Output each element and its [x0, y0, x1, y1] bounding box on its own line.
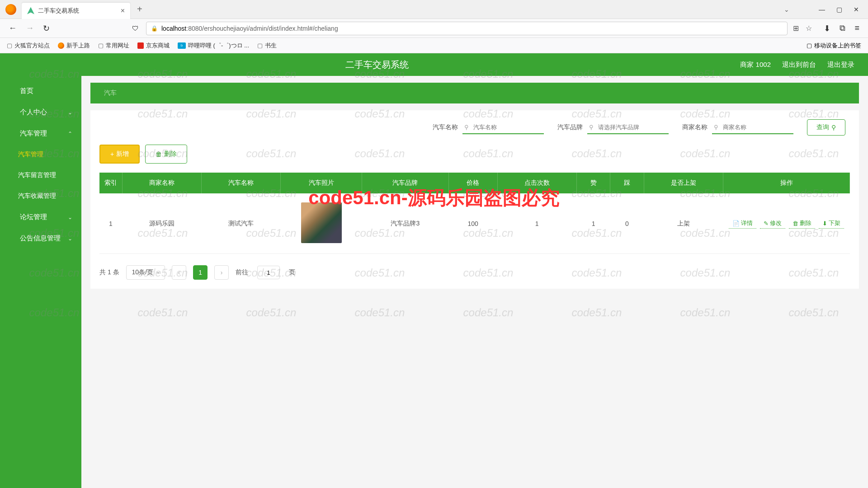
next-page-button[interactable]: ›: [214, 265, 229, 280]
bookmark-bilibili[interactable]: b哔哩哔哩 (゜-゜)つロ ...: [178, 42, 249, 50]
delete-button[interactable]: 🗑删除: [145, 145, 187, 164]
sidebar-sub-car-comment[interactable]: 汽车留言管理: [0, 165, 81, 186]
bookmark-jd[interactable]: 京东商城: [137, 42, 170, 50]
sidebar-item-forum[interactable]: 论坛管理⌄: [0, 206, 81, 228]
search-select-brand[interactable]: [587, 121, 669, 134]
logout-link[interactable]: 退出登录: [827, 61, 854, 69]
prev-page-button[interactable]: ‹: [172, 265, 186, 280]
sidebar-item-home[interactable]: 首页: [0, 80, 81, 102]
bookmark-common[interactable]: ▢常用网址: [98, 42, 129, 50]
browser-tab-bar: 二手车交易系统 × + ⌄ — ▢ ✕: [0, 0, 868, 19]
exit-front-link[interactable]: 退出到前台: [782, 61, 816, 69]
app-header: 二手车交易系统 商家 1002 退出到前台 退出登录: [0, 53, 868, 76]
cell-carname: 测试汽车: [201, 193, 280, 254]
extensions-icon[interactable]: ⧉: [838, 22, 847, 35]
th-merchant: 商家名称: [122, 173, 201, 193]
pagination: 共 1 条 10条/页 ‹ 1 › 前往 页: [99, 265, 850, 280]
sidebar-item-notice[interactable]: 公告信息管理⌄: [0, 228, 81, 249]
bookmark-newbie[interactable]: 新手上路: [58, 42, 90, 50]
firefox-icon: [5, 4, 16, 15]
th-clicks: 点击次数: [497, 173, 576, 193]
cell-likes: 1: [576, 193, 610, 254]
back-button[interactable]: ←: [7, 22, 19, 35]
th-brand: 汽车品牌: [362, 173, 449, 193]
search-label-brand: 汽车品牌: [557, 123, 583, 131]
bookmarks-bar: ▢火狐官方站点 新手上路 ▢常用网址 京东商城 b哔哩哔哩 (゜-゜)つロ ..…: [0, 38, 868, 53]
cell-brand: 汽车品牌3: [362, 193, 449, 254]
close-icon[interactable]: ×: [121, 7, 125, 15]
breadcrumb: 汽车: [90, 83, 859, 103]
search-row: 汽车名称 ⚲ 汽车品牌 ⚲ 商家名称 ⚲ 查询⚲: [99, 119, 850, 136]
cell-price: 100: [448, 193, 497, 254]
action-edit[interactable]: ✎修改: [760, 218, 785, 229]
action-detail[interactable]: 📄详情: [729, 218, 756, 229]
url-input[interactable]: 🔒 localhost:8080/ershouchejiaoyi/admin/d…: [146, 22, 788, 35]
th-price: 价格: [448, 173, 497, 193]
page-number-1[interactable]: 1: [193, 265, 208, 280]
lock-icon: 🔒: [151, 25, 158, 32]
goto-suffix: 页: [289, 268, 295, 277]
chevron-down-icon: ⌄: [68, 235, 72, 242]
trash-icon: 🗑: [156, 150, 162, 158]
pagination-total: 共 1 条: [99, 268, 119, 277]
menu-icon[interactable]: ≡: [853, 22, 861, 35]
browser-tab[interactable]: 二手车交易系统 ×: [22, 3, 130, 19]
th-actions: 操作: [723, 173, 850, 193]
maximize-button[interactable]: ▢: [836, 6, 842, 13]
search-icon: ⚲: [831, 124, 836, 131]
search-label-merchant: 商家名称: [682, 123, 708, 131]
goto-page-input[interactable]: [257, 266, 280, 279]
th-photo: 汽车照片: [281, 173, 362, 193]
translate-icon[interactable]: ⊞: [793, 24, 799, 33]
chevron-down-icon: ⌄: [68, 109, 72, 116]
search-input-carname[interactable]: [462, 121, 544, 134]
downloads-icon[interactable]: ⬇: [822, 22, 832, 35]
bookmark-firefox[interactable]: ▢火狐官方站点: [7, 42, 50, 50]
plus-icon: +: [110, 150, 114, 158]
tab-title: 二手车交易系统: [38, 7, 117, 15]
chevron-up-icon: ⌃: [68, 131, 72, 137]
chevron-down-icon: ⌄: [68, 214, 72, 221]
forward-button[interactable]: →: [24, 22, 36, 35]
chevron-down-icon[interactable]: ⌄: [784, 6, 789, 13]
th-index: 索引: [99, 173, 122, 193]
th-dislikes: 踩: [610, 173, 644, 193]
table-row: 1 源码乐园 测试汽车 汽车品牌3 100 1 1 0 上架 📄详情: [99, 193, 850, 254]
shield-icon[interactable]: 🛡: [130, 23, 141, 34]
car-image[interactable]: [301, 202, 342, 243]
search-input-merchant[interactable]: [712, 121, 793, 134]
sidebar: 首页 个人中心⌄ 汽车管理⌃ 汽车管理 汽车留言管理 汽车收藏管理 论坛管理⌄ …: [0, 76, 81, 488]
cell-clicks: 1: [497, 193, 576, 254]
vue-icon: [27, 7, 34, 14]
user-label[interactable]: 商家 1002: [740, 61, 771, 69]
bookmark-mobile[interactable]: ▢移动设备上的书签: [807, 42, 861, 50]
action-delete[interactable]: 🗑删除: [789, 218, 815, 229]
cell-dislikes: 0: [610, 193, 644, 254]
close-window-button[interactable]: ✕: [854, 6, 859, 13]
goto-prefix: 前往: [236, 268, 248, 277]
minimize-button[interactable]: —: [819, 6, 825, 13]
sidebar-item-profile[interactable]: 个人中心⌄: [0, 102, 81, 123]
url-bar: ← → ↻ 🛡 🔒 localhost:8080/ershouchejiaoyi…: [0, 19, 868, 38]
bookmark-shusheng[interactable]: ▢书生: [257, 42, 277, 50]
action-offshelf[interactable]: ⬇下架: [819, 218, 844, 229]
th-status: 是否上架: [644, 173, 723, 193]
query-button[interactable]: 查询⚲: [807, 119, 845, 136]
sidebar-item-car-manage[interactable]: 汽车管理⌃: [0, 123, 81, 144]
th-likes: 赞: [576, 173, 610, 193]
add-button[interactable]: +新增: [99, 145, 140, 164]
cell-index: 1: [99, 193, 122, 254]
cell-photo: [281, 193, 362, 254]
sidebar-sub-car-favorite[interactable]: 汽车收藏管理: [0, 186, 81, 206]
reload-button[interactable]: ↻: [41, 22, 52, 35]
data-table: 索引 商家名称 汽车名称 汽车照片 汽车品牌 价格 点击次数 赞 踩 是否上架 …: [99, 173, 850, 254]
search-label-carname: 汽车名称: [433, 123, 458, 131]
page-size-select[interactable]: 10条/页: [126, 265, 165, 280]
bookmark-star-icon[interactable]: ☆: [806, 24, 812, 33]
cell-actions: 📄详情 ✎修改 🗑删除 ⬇下架: [723, 193, 850, 254]
new-tab-button[interactable]: +: [137, 4, 142, 14]
window-controls: ⌄ — ▢ ✕: [775, 6, 868, 13]
app-title: 二手车交易系统: [14, 59, 740, 71]
sidebar-sub-car-manage[interactable]: 汽车管理: [0, 144, 81, 165]
th-carname: 汽车名称: [201, 173, 280, 193]
